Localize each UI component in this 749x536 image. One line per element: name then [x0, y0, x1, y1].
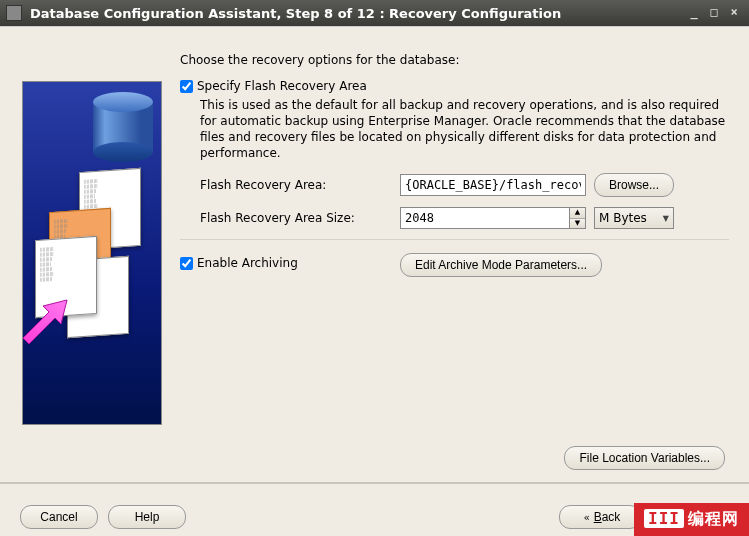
back-button[interactable]: « Back	[559, 505, 641, 529]
specify-flash-recovery-checkbox[interactable]	[180, 80, 193, 93]
wizard-sidebar-image: ||||||||||||||||||||||||||||||||||||||||…	[22, 81, 162, 425]
edit-archive-mode-button[interactable]: Edit Archive Mode Parameters...	[400, 253, 602, 277]
flash-recovery-area-label: Flash Recovery Area:	[200, 178, 400, 192]
size-units-value: M Bytes	[599, 211, 647, 225]
help-button[interactable]: Help	[108, 505, 186, 529]
flash-recovery-size-label: Flash Recovery Area Size:	[200, 211, 400, 225]
cancel-button[interactable]: Cancel	[20, 505, 98, 529]
minimize-icon[interactable]: _	[685, 5, 703, 21]
browse-button[interactable]: Browse...	[594, 173, 674, 197]
enable-archiving-label: Enable Archiving	[197, 256, 298, 270]
svg-marker-0	[23, 300, 67, 344]
window-title: Database Configuration Assistant, Step 8…	[30, 6, 683, 21]
close-icon[interactable]: ×	[725, 5, 743, 21]
spinner-down-icon[interactable]: ▼	[570, 219, 585, 229]
back-mnemonic: B	[594, 510, 602, 524]
spinner-up-icon[interactable]: ▲	[570, 208, 585, 219]
chevron-down-icon: ▼	[663, 214, 669, 223]
database-cylinder-icon	[93, 92, 153, 162]
specify-flash-recovery-label: Specify Flash Recovery Area	[197, 79, 367, 93]
flash-recovery-size-spinner[interactable]: ▲ ▼	[400, 207, 586, 229]
size-units-combo[interactable]: M Bytes ▼	[594, 207, 674, 229]
back-label-rest: ack	[602, 510, 621, 524]
chevron-left-icon: «	[584, 512, 590, 523]
file-location-variables-button[interactable]: File Location Variables...	[564, 446, 725, 470]
flash-recovery-description: This is used as the default for all back…	[200, 97, 729, 161]
client-area: ||||||||||||||||||||||||||||||||||||||||…	[0, 26, 749, 536]
watermark: III编程网	[634, 503, 749, 536]
app-icon	[6, 5, 22, 21]
flash-recovery-area-input[interactable]	[400, 174, 586, 196]
maximize-icon[interactable]: □	[705, 5, 723, 21]
watermark-text: 编程网	[688, 510, 739, 527]
page-instruction: Choose the recovery options for the data…	[180, 53, 729, 67]
flash-recovery-size-input[interactable]	[400, 207, 570, 229]
enable-archiving-checkbox[interactable]	[180, 257, 193, 270]
window-titlebar: Database Configuration Assistant, Step 8…	[0, 0, 749, 26]
wizard-page: Choose the recovery options for the data…	[180, 53, 729, 456]
separator	[180, 239, 729, 241]
